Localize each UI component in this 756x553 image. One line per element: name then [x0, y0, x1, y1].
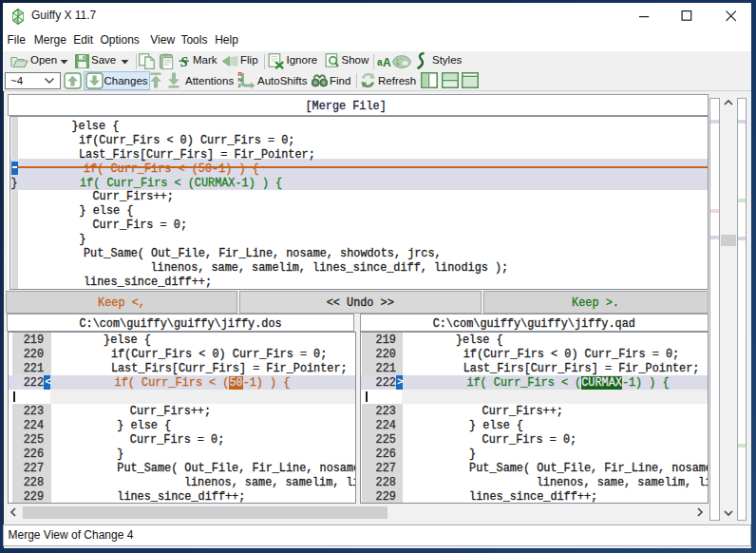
- svg-text:2: 2: [238, 83, 242, 88]
- svg-text:A: A: [383, 56, 391, 69]
